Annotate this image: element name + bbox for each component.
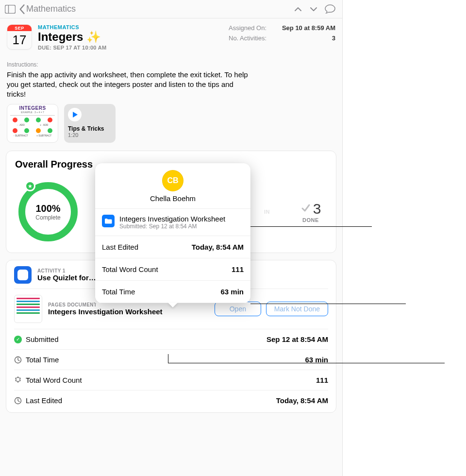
popover-last-edited-value: Today, 8:54 AM <box>192 243 244 251</box>
word-count-label: Total Word Count <box>26 376 82 384</box>
stat-hidden: IN <box>252 209 282 215</box>
document-title: Integers Investigation Worksheet <box>48 307 209 316</box>
popover-row-word-count: Total Word Count 111 <box>95 258 250 281</box>
submitted-check-icon: ✓ <box>14 336 22 343</box>
detail-row-total-time: Total Time 63 min <box>14 350 328 370</box>
callout-line-vertical <box>168 354 168 363</box>
badge-icon <box>14 376 22 384</box>
done-label: DONE <box>296 217 325 223</box>
popover-word-count-label: Total Word Count <box>102 265 158 273</box>
calendar-month: SEP <box>7 25 32 31</box>
assignment-title: Integers ✨ <box>38 30 223 44</box>
media-duration: 1:20 <box>68 132 112 138</box>
back-label: Mathematics <box>26 4 76 14</box>
detail-row-submitted: ✓ Submitted Sep 12 at 8:54 AM <box>14 329 328 350</box>
assigned-on-value: Sep 10 at 8:59 AM <box>282 24 335 32</box>
activities-count-value: 3 <box>332 34 335 42</box>
word-count-value: 111 <box>316 376 328 384</box>
popover-last-edited-label: Last Edited <box>102 243 138 251</box>
last-edited-value: Today, 8:54 AM <box>276 396 328 405</box>
submitted-value: Sep 12 at 8:54 AM <box>266 335 328 343</box>
total-time-label: Total Time <box>26 356 59 364</box>
student-avatar: CB <box>162 170 183 191</box>
svg-rect-0 <box>5 5 16 13</box>
calendar-day: 17 <box>7 31 32 49</box>
folder-icon <box>102 215 115 227</box>
activity-title: Use Quizlet for… <box>37 273 96 282</box>
quizlet-app-icon <box>14 266 32 284</box>
callout-line <box>250 304 406 304</box>
play-icon <box>68 108 82 121</box>
callout-line <box>250 226 372 227</box>
student-detail-popover: CB Chella Boehm Integers Investigation W… <box>95 163 250 303</box>
poster-title: INTEGERS <box>9 105 56 111</box>
sidebar-toggle-icon[interactable] <box>5 5 16 14</box>
back-button[interactable]: Mathematics <box>18 4 76 15</box>
activity-index-label: ACTIVITY 1 <box>37 268 96 273</box>
done-count: 3 <box>313 201 321 217</box>
attachment-audio[interactable]: Tips & Tricks 1:20 <box>64 104 116 143</box>
attachments-row: INTEGERS EXAMPLE · 3 + 4 = 7 - · ADD+ · … <box>0 104 342 151</box>
detail-row-word-count: Total Word Count 111 <box>14 370 328 391</box>
popover-row-last-edited: Last Edited Today, 8:54 AM <box>95 236 250 258</box>
chevron-up-icon[interactable] <box>292 4 304 15</box>
popover-word-count-value: 111 <box>232 265 244 273</box>
subject-label: MATHEMATICS <box>38 24 223 30</box>
calendar-icon: SEP 17 <box>7 24 32 50</box>
callout-line <box>168 363 445 363</box>
assigned-on-label: Assigned On: <box>229 24 266 32</box>
activities-count-label: No. Activities: <box>229 34 266 42</box>
detail-row-last-edited: Last Edited Today, 8:54 AM <box>14 391 328 410</box>
popover-total-time-value: 63 min <box>220 288 244 296</box>
popover-total-time-label: Total Time <box>102 288 135 296</box>
attachment-poster[interactable]: INTEGERS EXAMPLE · 3 + 4 = 7 - · ADD+ · … <box>7 104 58 143</box>
instructions-label: Instructions: <box>0 52 342 68</box>
stat-done: 3 DONE <box>296 201 325 223</box>
clock-icon <box>14 356 22 364</box>
last-edited-label: Last Edited <box>26 396 62 405</box>
progress-percent-sub: Complete <box>35 214 60 221</box>
due-date: DUE: SEP 17 AT 10:00 AM <box>38 45 223 51</box>
chevron-down-icon[interactable] <box>307 4 320 15</box>
comment-icon[interactable] <box>323 2 337 16</box>
popover-row-total-time: Total Time 63 min <box>95 281 250 303</box>
popover-file-title: Integers Investigation Worksheet <box>119 215 225 223</box>
progress-ring: ★ 100% Complete <box>17 181 79 243</box>
assignment-header: SEP 17 MATHEMATICS Integers ✨ DUE: SEP 1… <box>0 18 342 52</box>
instructions-text: Finish the app activity and worksheet, t… <box>0 68 257 104</box>
progress-percent: 100% <box>35 203 60 214</box>
navbar: Mathematics <box>0 0 342 18</box>
document-thumbnail[interactable] <box>14 295 42 323</box>
annotation-sidebar <box>343 0 466 476</box>
clock-icon <box>14 397 22 405</box>
popover-file-subtitle: Submitted: Sep 12 at 8:54 AM <box>119 223 225 230</box>
media-title: Tips & Tricks <box>68 125 112 132</box>
checkmark-icon <box>300 203 311 215</box>
student-name: Chella Boehm <box>150 194 196 203</box>
submitted-label: Submitted <box>26 335 59 343</box>
popover-file-row[interactable]: Integers Investigation Worksheet Submitt… <box>95 209 250 236</box>
